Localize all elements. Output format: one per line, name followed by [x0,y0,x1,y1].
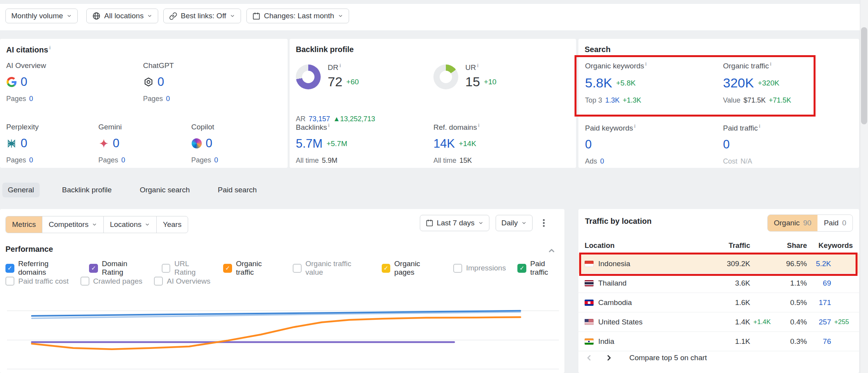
gemini-pages-link[interactable]: 0 [121,156,125,164]
vertical-scrollbar[interactable] [860,0,868,373]
best-links-dropdown[interactable]: Best links: Off [163,9,241,23]
info-icon[interactable]: i [477,63,478,68]
backlinks-stat: Backlinksi 5.7M+5.7M All time5.9M [296,123,347,165]
checkbox-box[interactable] [154,277,163,286]
organic-keywords-stat: Organic keywordsi 5.8K+5.8K Top 31.3K+1.… [585,61,646,105]
ai-overview-pages-link[interactable]: 0 [29,95,33,103]
checkbox-ai-overviews[interactable]: AI Overviews [154,277,210,286]
info-icon[interactable]: i [339,63,341,68]
chevron-left-icon[interactable] [585,354,594,362]
checkbox-box[interactable] [293,264,302,273]
compare-top5-link[interactable]: Compare top 5 on chart [629,354,707,362]
copilot-stat: Copilot 0 Pages0 [191,123,218,164]
info-icon[interactable]: i [634,124,636,129]
chevron-down-icon [478,220,484,226]
monthly-volume-dropdown[interactable]: Monthly volume [5,9,78,23]
section-tabs: General Backlink profile Organic search … [2,183,262,197]
tab-general[interactable]: General [2,183,40,197]
chatgpt-pages-link[interactable]: 0 [166,95,170,103]
tab-organic-search[interactable]: Organic search [134,183,195,197]
checkbox-paid-traffic-cost[interactable]: Paid traffic cost [5,277,69,286]
checkbox-box[interactable]: ✓ [89,264,98,273]
keywords-link[interactable]: 171 [807,298,831,307]
checkbox-crawled-pages[interactable]: Crawled pages [80,277,143,286]
info-icon[interactable]: i [49,45,51,51]
top3-link[interactable]: 1.3K [605,96,620,105]
segment-competitors[interactable]: Competitors [42,216,103,233]
keywords-link[interactable]: 257 [807,318,831,326]
checkbox-box[interactable] [162,264,171,273]
keywords-link[interactable]: 76 [807,337,831,346]
info-icon[interactable]: i [328,123,329,128]
table-row-cambodia[interactable]: Cambodia 1.6K 0.5% 171 [578,293,859,312]
keywords-link[interactable]: 5.2K [807,260,831,268]
organic-traffic-value[interactable]: 320K [723,75,754,91]
chevron-down-icon [521,220,527,226]
toggle-paid[interactable]: Paid0 [817,215,852,231]
checkbox-box[interactable] [80,277,89,286]
checkbox-box[interactable] [5,277,14,286]
date-range-dropdown[interactable]: Last 7 days [420,215,489,231]
ads-link[interactable]: 0 [600,157,604,166]
performance-title: Performance [5,245,53,254]
info-icon[interactable]: i [759,124,760,129]
calendar-icon [252,12,260,20]
perplexity-pages-link[interactable]: 0 [29,156,33,164]
chevron-right-icon[interactable] [604,354,613,362]
location-table-body: Indonesia 309.2K 96.5% 5.2K Thailand 3.6… [578,254,859,351]
checkbox-referring-domains[interactable]: ✓Referring domains [5,260,77,277]
traffic-by-location-title: Traffic by location [585,217,651,226]
performance-chart[interactable] [7,294,559,373]
gemini-value[interactable]: 0 [113,136,119,150]
table-row-india[interactable]: India 1.1K 0.3% 76 [578,332,859,351]
locations-dropdown[interactable]: All locations [86,9,158,23]
granularity-dropdown[interactable]: Daily [496,215,533,231]
changes-dropdown[interactable]: Changes: Last month [246,9,349,23]
collapse-chevron-up-icon[interactable] [547,246,556,255]
checkbox-box[interactable] [453,264,462,273]
table-row-united-states[interactable]: United States 1.4K +1.4K 0.4% 257 +255 [578,312,859,332]
checkbox-box[interactable]: ✓ [223,264,232,273]
ar-value-link[interactable]: 73,157 [309,115,330,123]
perplexity-value[interactable]: 0 [21,136,27,150]
tab-paid-search[interactable]: Paid search [212,183,262,197]
toggle-organic[interactable]: Organic90 [768,215,818,231]
changes-label: Changes: Last month [264,12,334,20]
tab-backlink-profile[interactable]: Backlink profile [57,183,117,197]
checkbox-paid-traffic[interactable]: ✓Paid traffic [517,260,564,277]
keywords-link[interactable]: 69 [807,279,831,288]
ref-domains-value[interactable]: 14K [433,137,455,151]
info-icon[interactable]: i [645,61,646,67]
checkbox-box[interactable]: ✓ [5,264,14,273]
segment-years[interactable]: Years [157,216,188,233]
paid-traffic-value[interactable]: 0 [723,138,730,152]
checkbox-organic-traffic-value[interactable]: Organic traffic value [293,260,370,277]
location-table-footer: Compare top 5 on chart [585,354,707,362]
chatgpt-stat: ChatGPT 0 Pages0 [143,61,174,103]
organic-keywords-value[interactable]: 5.8K [585,75,612,91]
info-icon[interactable]: i [770,61,771,67]
paid-keywords-value[interactable]: 0 [585,138,592,152]
backlinks-value[interactable]: 5.7M [296,137,323,151]
checkbox-url-rating[interactable]: URL Rating [162,260,212,277]
monthly-volume-label: Monthly volume [11,12,63,20]
kebab-menu-icon[interactable] [539,218,549,228]
checkbox-organic-pages[interactable]: ✓Organic pages [382,260,442,277]
segment-locations[interactable]: Locations [104,216,157,233]
checkbox-organic-traffic[interactable]: ✓Organic traffic [223,260,281,277]
checkbox-box[interactable]: ✓ [382,264,391,273]
info-icon[interactable]: i [478,123,479,128]
table-row-indonesia[interactable]: Indonesia 309.2K 96.5% 5.2K [578,254,859,274]
table-row-thailand[interactable]: Thailand 3.6K 1.1% 69 [578,274,859,293]
checkbox-domain-rating[interactable]: ✓Domain Rating [89,260,150,277]
copilot-value[interactable]: 0 [206,136,212,150]
copilot-pages-link[interactable]: 0 [214,156,218,164]
checkbox-impressions[interactable]: Impressions [453,264,506,273]
scrollbar-thumb[interactable] [861,27,867,124]
ar-line: AR 73,157 ▲13,252,713 [296,115,375,123]
ai-overview-value[interactable]: 0 [21,75,27,89]
chatgpt-value[interactable]: 0 [157,75,164,89]
segment-metrics[interactable]: Metrics [6,216,42,233]
checkbox-box[interactable]: ✓ [517,264,526,273]
google-logo-icon [6,77,17,87]
